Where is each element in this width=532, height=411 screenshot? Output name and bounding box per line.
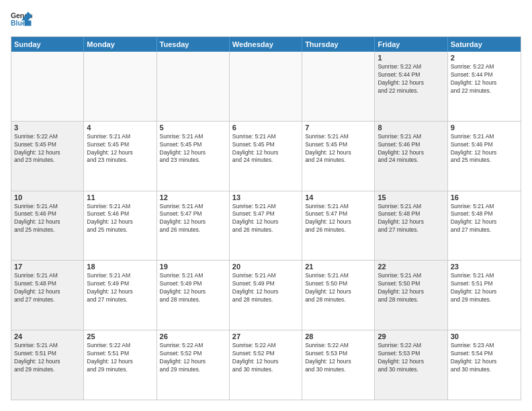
day-info: Sunrise: 5:22 AM Sunset: 5:44 PM Dayligh… — [451, 63, 518, 95]
weekday-header-monday: Monday — [84, 37, 157, 52]
day-number: 27 — [232, 332, 299, 340]
calendar-row-3: 10Sunrise: 5:21 AM Sunset: 5:46 PM Dayli… — [11, 191, 521, 261]
day-number: 11 — [87, 193, 153, 201]
day-info: Sunrise: 5:21 AM Sunset: 5:46 PM Dayligh… — [87, 203, 153, 235]
cal-cell-15: 15Sunrise: 5:21 AM Sunset: 5:48 PM Dayli… — [375, 191, 447, 261]
day-number: 17 — [14, 263, 81, 271]
cal-cell-19: 19Sunrise: 5:21 AM Sunset: 5:49 PM Dayli… — [157, 261, 230, 330]
day-info: Sunrise: 5:21 AM Sunset: 5:48 PM Dayligh… — [378, 203, 444, 235]
cal-cell-14: 14Sunrise: 5:21 AM Sunset: 5:47 PM Dayli… — [302, 191, 375, 261]
day-number: 28 — [305, 332, 371, 340]
day-number: 20 — [232, 263, 299, 271]
day-info: Sunrise: 5:22 AM Sunset: 5:44 PM Dayligh… — [378, 63, 444, 95]
cal-cell-5: 5Sunrise: 5:21 AM Sunset: 5:45 PM Daylig… — [157, 122, 230, 191]
day-info: Sunrise: 5:21 AM Sunset: 5:49 PM Dayligh… — [160, 272, 226, 304]
cal-cell-3: 3Sunrise: 5:22 AM Sunset: 5:45 PM Daylig… — [11, 122, 84, 191]
cal-cell-7: 7Sunrise: 5:21 AM Sunset: 5:45 PM Daylig… — [302, 122, 375, 191]
day-number: 15 — [378, 193, 444, 201]
day-number: 25 — [87, 332, 153, 340]
day-number: 5 — [160, 124, 226, 132]
day-number: 24 — [14, 332, 81, 340]
day-number: 4 — [87, 124, 153, 132]
day-number: 8 — [378, 124, 444, 132]
day-number: 18 — [87, 263, 153, 271]
day-info: Sunrise: 5:21 AM Sunset: 5:48 PM Dayligh… — [451, 203, 518, 235]
calendar-row-2: 3Sunrise: 5:22 AM Sunset: 5:45 PM Daylig… — [11, 122, 521, 191]
day-info: Sunrise: 5:23 AM Sunset: 5:54 PM Dayligh… — [451, 342, 518, 374]
day-number: 16 — [451, 193, 518, 201]
cal-cell-30: 30Sunrise: 5:23 AM Sunset: 5:54 PM Dayli… — [448, 330, 521, 400]
cal-cell-11: 11Sunrise: 5:21 AM Sunset: 5:46 PM Dayli… — [84, 191, 157, 261]
day-info: Sunrise: 5:22 AM Sunset: 5:51 PM Dayligh… — [87, 342, 153, 374]
day-info: Sunrise: 5:21 AM Sunset: 5:47 PM Dayligh… — [160, 203, 226, 235]
cal-cell-2: 2Sunrise: 5:22 AM Sunset: 5:44 PM Daylig… — [448, 52, 521, 121]
day-info: Sunrise: 5:21 AM Sunset: 5:46 PM Dayligh… — [451, 133, 518, 165]
cal-cell-9: 9Sunrise: 5:21 AM Sunset: 5:46 PM Daylig… — [448, 122, 521, 191]
logo: General Blue — [11, 11, 32, 30]
day-number: 23 — [451, 263, 518, 271]
cal-cell-8: 8Sunrise: 5:21 AM Sunset: 5:46 PM Daylig… — [375, 122, 447, 191]
day-info: Sunrise: 5:21 AM Sunset: 5:48 PM Dayligh… — [14, 272, 81, 304]
day-info: Sunrise: 5:22 AM Sunset: 5:52 PM Dayligh… — [232, 342, 299, 374]
cal-cell-empty-0 — [11, 52, 84, 121]
cal-cell-28: 28Sunrise: 5:22 AM Sunset: 5:53 PM Dayli… — [302, 330, 375, 400]
day-info: Sunrise: 5:21 AM Sunset: 5:49 PM Dayligh… — [232, 272, 299, 304]
cal-cell-24: 24Sunrise: 5:21 AM Sunset: 5:51 PM Dayli… — [11, 330, 84, 400]
day-number: 6 — [232, 124, 299, 132]
header: General Blue — [11, 11, 521, 30]
day-number: 29 — [378, 332, 444, 340]
cal-cell-13: 13Sunrise: 5:21 AM Sunset: 5:47 PM Dayli… — [230, 191, 302, 261]
day-number: 10 — [14, 193, 81, 201]
day-number: 1 — [378, 54, 444, 62]
cal-cell-29: 29Sunrise: 5:22 AM Sunset: 5:53 PM Dayli… — [375, 330, 447, 400]
day-info: Sunrise: 5:22 AM Sunset: 5:52 PM Dayligh… — [160, 342, 226, 374]
cal-cell-10: 10Sunrise: 5:21 AM Sunset: 5:46 PM Dayli… — [11, 191, 84, 261]
calendar-row-5: 24Sunrise: 5:21 AM Sunset: 5:51 PM Dayli… — [11, 330, 521, 400]
cal-cell-empty-2 — [157, 52, 230, 121]
day-number: 21 — [305, 263, 371, 271]
cal-cell-26: 26Sunrise: 5:22 AM Sunset: 5:52 PM Dayli… — [157, 330, 230, 400]
day-info: Sunrise: 5:21 AM Sunset: 5:47 PM Dayligh… — [305, 203, 371, 235]
cal-cell-1: 1Sunrise: 5:22 AM Sunset: 5:44 PM Daylig… — [375, 52, 447, 121]
day-info: Sunrise: 5:21 AM Sunset: 5:47 PM Dayligh… — [232, 203, 299, 235]
day-number: 3 — [14, 124, 81, 132]
cal-cell-22: 22Sunrise: 5:21 AM Sunset: 5:50 PM Dayli… — [375, 261, 447, 330]
cal-cell-12: 12Sunrise: 5:21 AM Sunset: 5:47 PM Dayli… — [157, 191, 230, 261]
day-info: Sunrise: 5:22 AM Sunset: 5:53 PM Dayligh… — [305, 342, 371, 374]
weekday-header-saturday: Saturday — [448, 37, 521, 52]
calendar: SundayMondayTuesdayWednesdayThursdayFrid… — [11, 36, 521, 400]
day-info: Sunrise: 5:21 AM Sunset: 5:51 PM Dayligh… — [14, 342, 81, 374]
day-number: 22 — [378, 263, 444, 271]
cal-cell-empty-3 — [230, 52, 302, 121]
day-number: 14 — [305, 193, 371, 201]
day-info: Sunrise: 5:21 AM Sunset: 5:50 PM Dayligh… — [305, 272, 371, 304]
day-info: Sunrise: 5:21 AM Sunset: 5:45 PM Dayligh… — [160, 133, 226, 165]
cal-cell-6: 6Sunrise: 5:21 AM Sunset: 5:45 PM Daylig… — [230, 122, 302, 191]
day-info: Sunrise: 5:21 AM Sunset: 5:49 PM Dayligh… — [87, 272, 153, 304]
cal-cell-4: 4Sunrise: 5:21 AM Sunset: 5:45 PM Daylig… — [84, 122, 157, 191]
day-number: 30 — [451, 332, 518, 340]
weekday-header-friday: Friday — [375, 37, 447, 52]
cal-cell-empty-1 — [84, 52, 157, 121]
cal-cell-25: 25Sunrise: 5:22 AM Sunset: 5:51 PM Dayli… — [84, 330, 157, 400]
day-info: Sunrise: 5:22 AM Sunset: 5:45 PM Dayligh… — [14, 133, 81, 165]
weekday-header-thursday: Thursday — [302, 37, 375, 52]
svg-text:Blue: Blue — [11, 19, 26, 27]
day-info: Sunrise: 5:21 AM Sunset: 5:46 PM Dayligh… — [14, 203, 81, 235]
calendar-body: 1Sunrise: 5:22 AM Sunset: 5:44 PM Daylig… — [11, 52, 521, 400]
cal-cell-27: 27Sunrise: 5:22 AM Sunset: 5:52 PM Dayli… — [230, 330, 302, 400]
cal-cell-20: 20Sunrise: 5:21 AM Sunset: 5:49 PM Dayli… — [230, 261, 302, 330]
cal-cell-17: 17Sunrise: 5:21 AM Sunset: 5:48 PM Dayli… — [11, 261, 84, 330]
day-number: 19 — [160, 263, 226, 271]
day-number: 12 — [160, 193, 226, 201]
day-info: Sunrise: 5:21 AM Sunset: 5:50 PM Dayligh… — [378, 272, 444, 304]
page: General Blue SundayMondayTuesdayWednesda… — [0, 0, 532, 411]
weekday-header-sunday: Sunday — [11, 37, 84, 52]
cal-cell-21: 21Sunrise: 5:21 AM Sunset: 5:50 PM Dayli… — [302, 261, 375, 330]
day-info: Sunrise: 5:21 AM Sunset: 5:45 PM Dayligh… — [87, 133, 153, 165]
calendar-row-4: 17Sunrise: 5:21 AM Sunset: 5:48 PM Dayli… — [11, 261, 521, 330]
day-number: 13 — [232, 193, 299, 201]
cal-cell-23: 23Sunrise: 5:21 AM Sunset: 5:51 PM Dayli… — [448, 261, 521, 330]
day-info: Sunrise: 5:21 AM Sunset: 5:46 PM Dayligh… — [378, 133, 444, 165]
weekday-header-tuesday: Tuesday — [157, 37, 230, 52]
